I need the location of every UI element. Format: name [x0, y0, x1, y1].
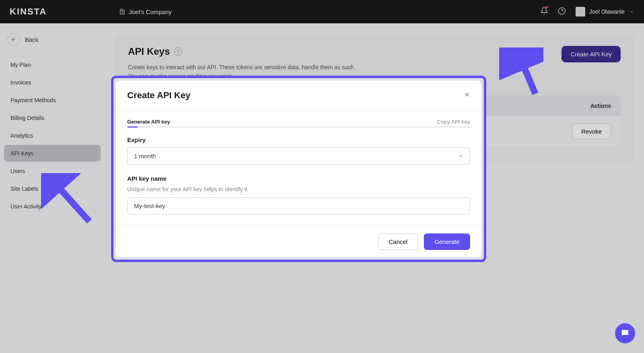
- chevron-down-icon: [629, 9, 634, 14]
- back-label: Back: [25, 36, 38, 43]
- name-help-text: Unique name for your API key helps to id…: [127, 186, 470, 192]
- revoke-button[interactable]: Revoke: [572, 124, 611, 139]
- company-selector[interactable]: Joel's Company: [119, 8, 171, 15]
- card-title-row: API Keys ?: [128, 46, 355, 57]
- progress-fill: [127, 126, 138, 128]
- create-api-key-button[interactable]: Create API Key: [561, 46, 621, 62]
- generate-button[interactable]: Generate: [424, 233, 470, 250]
- sidebar-item-analytics[interactable]: Analytics: [4, 127, 101, 144]
- back-arrow-circle: [7, 33, 20, 46]
- arrow-left-icon: [11, 37, 17, 42]
- name-label: API key name: [127, 175, 470, 182]
- page-title: API Keys: [128, 46, 170, 57]
- company-name: Joel's Company: [129, 8, 171, 15]
- svg-rect-1: [123, 10, 125, 14]
- svg-line-12: [53, 181, 89, 221]
- logo[interactable]: KINSTA: [10, 6, 47, 17]
- sidebar-item-billing-details[interactable]: Billing Details: [4, 109, 101, 126]
- sidebar-item-my-plan[interactable]: My Plan: [4, 56, 101, 73]
- sidebar-item-payment-methods[interactable]: Payment Methods: [4, 92, 101, 109]
- cancel-button[interactable]: Cancel: [378, 233, 419, 250]
- actions-column-header: Actions: [590, 103, 611, 109]
- close-button[interactable]: [464, 91, 470, 100]
- close-icon: [464, 91, 470, 98]
- modal-body: Generate API key Copy API key Expiry 1 m…: [116, 111, 481, 226]
- modal-title: Create API Key: [127, 90, 190, 101]
- help-icon[interactable]: ?: [174, 47, 182, 56]
- chat-support-button[interactable]: [615, 323, 635, 343]
- step-generate: Generate API key: [127, 119, 170, 125]
- progress-bar: [127, 126, 470, 128]
- modal-steps: Generate API key Copy API key: [127, 119, 470, 125]
- top-header: KINSTA Joel's Company Joel Olawanle: [0, 0, 644, 23]
- step-copy: Copy API key: [437, 119, 470, 125]
- building-icon: [119, 8, 126, 15]
- help-button[interactable]: [558, 7, 566, 17]
- chevron-down-icon: [458, 153, 463, 159]
- desc-line-1: Create keys to interact with our API. Th…: [128, 63, 355, 72]
- header-right: Joel Olawanle: [540, 7, 634, 17]
- user-name: Joel Olawanle: [589, 8, 625, 15]
- annotation-arrow-1: [499, 47, 543, 96]
- expiry-select[interactable]: 1 month: [127, 147, 470, 165]
- user-menu[interactable]: Joel Olawanle: [576, 7, 634, 17]
- create-api-key-modal: Create API Key Generate API key Copy API…: [116, 81, 481, 257]
- help-circle-icon: [558, 7, 566, 15]
- sidebar-item-invoices[interactable]: Invoices: [4, 74, 101, 91]
- sidebar-item-api-keys[interactable]: API Keys: [4, 145, 101, 162]
- expiry-value: 1 month: [134, 153, 156, 159]
- annotation-arrow-2: [41, 173, 93, 225]
- header-left: KINSTA Joel's Company: [10, 6, 172, 17]
- avatar: [576, 7, 585, 17]
- svg-line-10: [520, 58, 535, 94]
- expiry-label: Expiry: [127, 136, 470, 143]
- modal-highlight-border: Create API Key Generate API key Copy API…: [111, 76, 486, 262]
- modal-footer: Cancel Generate: [116, 226, 481, 257]
- modal-header: Create API Key: [116, 81, 481, 111]
- api-key-name-input[interactable]: [127, 197, 470, 215]
- notifications-button[interactable]: [540, 7, 548, 17]
- back-button[interactable]: Back: [4, 30, 101, 49]
- chat-icon: [620, 328, 630, 338]
